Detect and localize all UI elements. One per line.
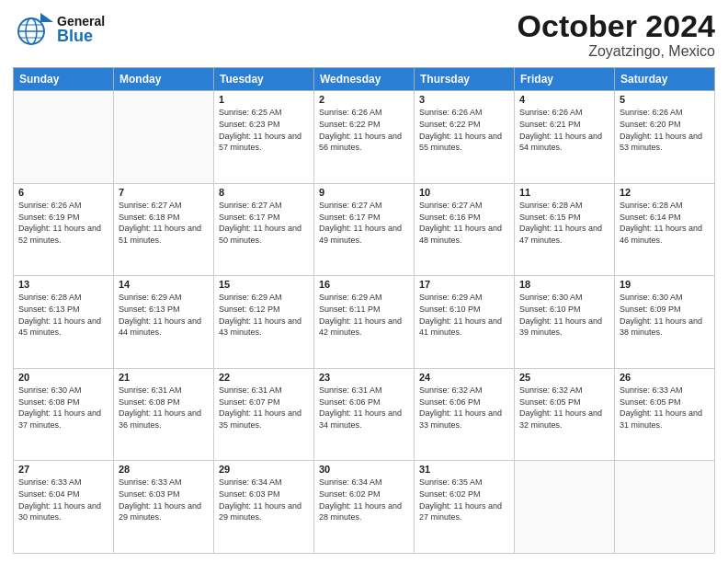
day-number: 7	[119, 187, 209, 198]
col-friday: Friday	[515, 68, 615, 91]
logo-icon	[13, 9, 53, 50]
day-number: 3	[419, 94, 509, 105]
table-row: 21Sunrise: 6:31 AMSunset: 6:08 PMDayligh…	[114, 368, 214, 461]
day-info: Sunrise: 6:26 AMSunset: 6:22 PMDaylight:…	[319, 107, 409, 153]
calendar-subtitle: Zoyatzingo, Mexico	[518, 43, 715, 60]
table-row: 10Sunrise: 6:27 AMSunset: 6:16 PMDayligh…	[415, 183, 515, 276]
day-number: 25	[519, 372, 609, 383]
day-info: Sunrise: 6:27 AMSunset: 6:18 PMDaylight:…	[119, 200, 209, 246]
day-number: 14	[119, 279, 209, 290]
table-row: 2Sunrise: 6:26 AMSunset: 6:22 PMDaylight…	[314, 91, 415, 184]
table-row	[114, 91, 214, 184]
day-info: Sunrise: 6:29 AMSunset: 6:11 PMDaylight:…	[319, 292, 409, 338]
day-number: 30	[319, 464, 409, 475]
day-info: Sunrise: 6:31 AMSunset: 6:07 PMDaylight:…	[219, 385, 309, 431]
table-row: 29Sunrise: 6:34 AMSunset: 6:03 PMDayligh…	[214, 461, 314, 554]
table-row: 17Sunrise: 6:29 AMSunset: 6:10 PMDayligh…	[415, 276, 515, 369]
col-monday: Monday	[114, 68, 214, 91]
day-number: 10	[419, 187, 509, 198]
title-block: October 2024 Zoyatzingo, Mexico	[518, 9, 715, 60]
table-row	[615, 461, 715, 554]
day-info: Sunrise: 6:33 AMSunset: 6:03 PMDaylight:…	[119, 477, 209, 523]
table-row: 24Sunrise: 6:32 AMSunset: 6:06 PMDayligh…	[415, 368, 515, 461]
col-tuesday: Tuesday	[214, 68, 314, 91]
table-row: 9Sunrise: 6:27 AMSunset: 6:17 PMDaylight…	[314, 183, 415, 276]
day-info: Sunrise: 6:28 AMSunset: 6:14 PMDaylight:…	[620, 200, 710, 246]
table-row: 12Sunrise: 6:28 AMSunset: 6:14 PMDayligh…	[615, 183, 715, 276]
table-row: 16Sunrise: 6:29 AMSunset: 6:11 PMDayligh…	[314, 276, 415, 369]
calendar-header-row: Sunday Monday Tuesday Wednesday Thursday…	[14, 68, 715, 91]
page: General Blue October 2024 Zoyatzingo, Me…	[0, 0, 728, 563]
day-number: 18	[519, 279, 609, 290]
day-info: Sunrise: 6:29 AMSunset: 6:13 PMDaylight:…	[119, 292, 209, 338]
svg-marker-5	[40, 13, 53, 22]
day-number: 23	[319, 372, 409, 383]
logo: General Blue	[13, 9, 105, 50]
day-number: 9	[319, 187, 409, 198]
day-number: 16	[319, 279, 409, 290]
day-number: 29	[219, 464, 309, 475]
logo-text: General Blue	[57, 15, 105, 44]
day-number: 11	[519, 187, 609, 198]
col-sunday: Sunday	[14, 68, 114, 91]
day-info: Sunrise: 6:34 AMSunset: 6:03 PMDaylight:…	[219, 477, 309, 523]
day-number: 13	[18, 279, 108, 290]
logo-blue-text: Blue	[57, 28, 105, 44]
table-row: 30Sunrise: 6:34 AMSunset: 6:02 PMDayligh…	[314, 461, 415, 554]
day-number: 24	[419, 372, 509, 383]
table-row: 3Sunrise: 6:26 AMSunset: 6:22 PMDaylight…	[415, 91, 515, 184]
day-number: 31	[419, 464, 509, 475]
table-row: 6Sunrise: 6:26 AMSunset: 6:19 PMDaylight…	[14, 183, 114, 276]
table-row: 20Sunrise: 6:30 AMSunset: 6:08 PMDayligh…	[14, 368, 114, 461]
col-wednesday: Wednesday	[314, 68, 415, 91]
day-number: 20	[18, 372, 108, 383]
day-number: 5	[620, 94, 710, 105]
day-number: 17	[419, 279, 509, 290]
day-info: Sunrise: 6:30 AMSunset: 6:09 PMDaylight:…	[620, 292, 710, 338]
day-info: Sunrise: 6:27 AMSunset: 6:16 PMDaylight:…	[419, 200, 509, 246]
day-info: Sunrise: 6:26 AMSunset: 6:20 PMDaylight:…	[620, 107, 710, 153]
day-number: 8	[219, 187, 309, 198]
table-row: 4Sunrise: 6:26 AMSunset: 6:21 PMDaylight…	[515, 91, 615, 184]
table-row: 19Sunrise: 6:30 AMSunset: 6:09 PMDayligh…	[615, 276, 715, 369]
table-row: 26Sunrise: 6:33 AMSunset: 6:05 PMDayligh…	[615, 368, 715, 461]
table-row: 28Sunrise: 6:33 AMSunset: 6:03 PMDayligh…	[114, 461, 214, 554]
table-row: 18Sunrise: 6:30 AMSunset: 6:10 PMDayligh…	[515, 276, 615, 369]
table-row: 13Sunrise: 6:28 AMSunset: 6:13 PMDayligh…	[14, 276, 114, 369]
table-row: 27Sunrise: 6:33 AMSunset: 6:04 PMDayligh…	[14, 461, 114, 554]
day-info: Sunrise: 6:26 AMSunset: 6:21 PMDaylight:…	[519, 107, 609, 153]
day-info: Sunrise: 6:33 AMSunset: 6:04 PMDaylight:…	[18, 477, 108, 523]
calendar-table: Sunday Monday Tuesday Wednesday Thursday…	[13, 67, 715, 554]
day-info: Sunrise: 6:33 AMSunset: 6:05 PMDaylight:…	[620, 385, 710, 431]
day-number: 2	[319, 94, 409, 105]
header: General Blue October 2024 Zoyatzingo, Me…	[13, 9, 715, 60]
day-info: Sunrise: 6:26 AMSunset: 6:22 PMDaylight:…	[419, 107, 509, 153]
day-number: 28	[119, 464, 209, 475]
day-number: 26	[620, 372, 710, 383]
day-info: Sunrise: 6:31 AMSunset: 6:06 PMDaylight:…	[319, 385, 409, 431]
table-row: 5Sunrise: 6:26 AMSunset: 6:20 PMDaylight…	[615, 91, 715, 184]
calendar-week-row: 1Sunrise: 6:25 AMSunset: 6:23 PMDaylight…	[14, 91, 715, 184]
calendar-week-row: 20Sunrise: 6:30 AMSunset: 6:08 PMDayligh…	[14, 368, 715, 461]
day-info: Sunrise: 6:30 AMSunset: 6:10 PMDaylight:…	[519, 292, 609, 338]
day-info: Sunrise: 6:25 AMSunset: 6:23 PMDaylight:…	[219, 107, 309, 153]
day-number: 21	[119, 372, 209, 383]
day-info: Sunrise: 6:29 AMSunset: 6:10 PMDaylight:…	[419, 292, 509, 338]
table-row: 15Sunrise: 6:29 AMSunset: 6:12 PMDayligh…	[214, 276, 314, 369]
day-info: Sunrise: 6:35 AMSunset: 6:02 PMDaylight:…	[419, 477, 509, 523]
day-info: Sunrise: 6:29 AMSunset: 6:12 PMDaylight:…	[219, 292, 309, 338]
day-number: 15	[219, 279, 309, 290]
day-info: Sunrise: 6:34 AMSunset: 6:02 PMDaylight:…	[319, 477, 409, 523]
day-info: Sunrise: 6:28 AMSunset: 6:13 PMDaylight:…	[18, 292, 108, 338]
calendar-week-row: 6Sunrise: 6:26 AMSunset: 6:19 PMDaylight…	[14, 183, 715, 276]
table-row: 31Sunrise: 6:35 AMSunset: 6:02 PMDayligh…	[415, 461, 515, 554]
day-info: Sunrise: 6:27 AMSunset: 6:17 PMDaylight:…	[319, 200, 409, 246]
day-number: 4	[519, 94, 609, 105]
day-number: 19	[620, 279, 710, 290]
day-info: Sunrise: 6:28 AMSunset: 6:15 PMDaylight:…	[519, 200, 609, 246]
day-number: 1	[219, 94, 309, 105]
day-info: Sunrise: 6:32 AMSunset: 6:05 PMDaylight:…	[519, 385, 609, 431]
calendar-week-row: 27Sunrise: 6:33 AMSunset: 6:04 PMDayligh…	[14, 461, 715, 554]
day-info: Sunrise: 6:31 AMSunset: 6:08 PMDaylight:…	[119, 385, 209, 431]
day-info: Sunrise: 6:26 AMSunset: 6:19 PMDaylight:…	[18, 200, 108, 246]
